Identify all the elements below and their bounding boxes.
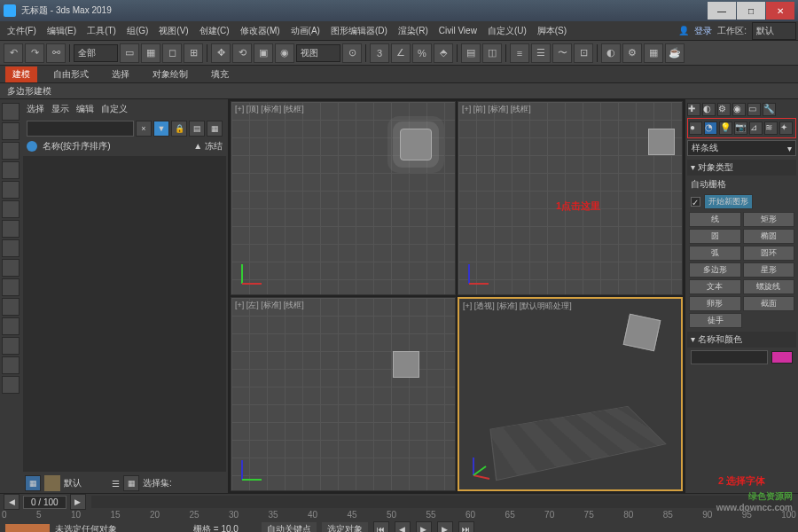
menu-edit[interactable]: 编辑(E) xyxy=(42,23,82,39)
btn-rectangle[interactable]: 矩形 xyxy=(743,212,795,227)
ribbon-tab-selection[interactable]: 选择 xyxy=(105,66,137,82)
lp-tab-select[interactable]: 选择 xyxy=(27,103,44,115)
misc-icon[interactable] xyxy=(2,356,20,374)
rollout-header-namecolor[interactable]: ▾ 名称和颜色 xyxy=(687,332,796,348)
menu-customize[interactable]: 自定义(U) xyxy=(482,23,532,39)
named-sel-button[interactable]: ▤ xyxy=(461,43,481,63)
autokey-button[interactable]: 自动关键点 xyxy=(262,522,317,532)
close-button[interactable]: ✕ xyxy=(766,2,794,20)
hierarchy-tab-icon[interactable]: ⚙ xyxy=(717,103,731,116)
scene-explorer-icon[interactable] xyxy=(2,103,20,121)
rollout-header-objtype[interactable]: ▾ 对象类型 xyxy=(687,160,796,176)
group-icon[interactable] xyxy=(2,239,20,257)
helper-icon[interactable] xyxy=(2,181,20,199)
ribbon-tab-objectpaint[interactable]: 对象绘制 xyxy=(145,66,195,82)
lp-tab-customize[interactable]: 自定义 xyxy=(101,103,128,115)
material-editor-button[interactable]: ◐ xyxy=(601,43,621,63)
selection-filter[interactable]: 全部 xyxy=(74,44,118,62)
play-prev-button[interactable]: ◀ xyxy=(395,521,411,532)
menu-grapheditors[interactable]: 图形编辑器(D) xyxy=(325,23,393,39)
btn-egg[interactable]: 卵形 xyxy=(689,296,741,311)
create-tab-icon[interactable]: ✚ xyxy=(687,103,700,116)
selset-icon[interactable]: ▦ xyxy=(123,475,139,491)
freeze-icon[interactable] xyxy=(2,317,20,335)
motion-tab-icon[interactable]: ◉ xyxy=(732,103,746,116)
rect-select-button[interactable]: ◻ xyxy=(162,43,182,63)
btn-ellipse[interactable]: 椭圆 xyxy=(743,229,795,244)
spacewarps-cat-icon[interactable]: ≋ xyxy=(764,121,778,135)
shape-icon[interactable] xyxy=(2,259,20,277)
time-next-button[interactable]: ▶ xyxy=(70,494,86,510)
menu-render[interactable]: 渲染(R) xyxy=(393,23,434,39)
btn-circle[interactable]: 圆 xyxy=(689,229,741,244)
filter-icon[interactable]: ▼ xyxy=(153,121,169,137)
systems-cat-icon[interactable]: ✦ xyxy=(779,121,793,135)
menu-file[interactable]: 文件(F) xyxy=(2,23,42,39)
clear-search-icon[interactable]: × xyxy=(136,121,152,137)
select-name-button[interactable]: ▦ xyxy=(141,43,160,63)
menu-tools[interactable]: 工具(T) xyxy=(82,23,121,39)
render-setup-button[interactable]: ⚙ xyxy=(622,43,642,63)
geometry-cat-icon[interactable]: ● xyxy=(689,121,702,135)
play-start-button[interactable]: ⏮ xyxy=(373,521,389,532)
lock-icon[interactable]: 🔒 xyxy=(171,121,187,137)
scene-object-list[interactable] xyxy=(23,156,226,472)
mirror-button[interactable]: ◫ xyxy=(482,43,502,63)
time-slider[interactable] xyxy=(91,496,793,508)
misc2-icon[interactable] xyxy=(2,376,20,394)
btn-section[interactable]: 截面 xyxy=(743,296,795,311)
rotate-button[interactable]: ⟲ xyxy=(232,43,252,63)
viewport-perspective[interactable]: [+] [透视] [标准] [默认明暗处理] xyxy=(458,297,683,491)
display-icon[interactable] xyxy=(2,337,20,355)
viewport-layout-icon[interactable]: ▦ xyxy=(25,475,41,491)
schematic-button[interactable]: ⊡ xyxy=(574,43,593,63)
vp-top-label[interactable]: [+] [顶] [标准] [线框] xyxy=(235,104,304,115)
ribbon-tab-freeform[interactable]: 自由形式 xyxy=(46,66,96,82)
name-column-header[interactable]: 名称(按升序排序) xyxy=(43,140,111,153)
time-prev-button[interactable]: ◀ xyxy=(4,494,20,510)
vp-persp-label[interactable]: [+] [透视] [标准] [默认明暗处理] xyxy=(463,301,572,312)
space-icon[interactable] xyxy=(2,200,20,218)
btn-freehand[interactable]: 徒手 xyxy=(689,313,742,328)
newshape-button[interactable]: 开始新图形 xyxy=(704,194,753,209)
camera-icon[interactable] xyxy=(2,161,20,179)
menu-view[interactable]: 视图(V) xyxy=(153,23,193,39)
view-icon[interactable]: ▤ xyxy=(189,121,205,137)
utilities-tab-icon[interactable]: 🔧 xyxy=(763,103,776,116)
layer-explorer-icon[interactable] xyxy=(2,122,20,140)
ribbon-tab-modeling[interactable]: 建模 xyxy=(5,66,37,82)
spinner-snap-button[interactable]: ⬘ xyxy=(434,43,453,63)
btn-helix[interactable]: 螺旋线 xyxy=(743,279,795,294)
view2-icon[interactable]: ▦ xyxy=(207,121,223,137)
undo-button[interactable]: ↶ xyxy=(4,43,23,63)
viewport-left[interactable]: [+] [左] [标准] [线框] xyxy=(231,297,456,491)
render-frame-button[interactable]: ▦ xyxy=(644,43,663,63)
btn-line[interactable]: 线 xyxy=(689,212,741,227)
lp-tab-edit[interactable]: 编辑 xyxy=(76,103,94,115)
object-color-swatch[interactable] xyxy=(771,351,793,364)
menu-scripts[interactable]: 脚本(S) xyxy=(532,23,572,39)
btn-ngon[interactable]: 多边形 xyxy=(689,262,741,278)
angle-snap-button[interactable]: ∠ xyxy=(391,43,411,63)
menu-modifiers[interactable]: 修改器(M) xyxy=(235,23,286,39)
workspace-dropdown[interactable]: 默认 xyxy=(752,22,796,40)
setkey-target[interactable]: 选定对象 xyxy=(322,522,368,532)
lp-tab-display[interactable]: 显示 xyxy=(51,103,69,115)
viewport-top[interactable]: [+] [顶] [标准] [线框] xyxy=(231,101,456,295)
newshape-checkbox[interactable]: ✓ xyxy=(691,197,700,207)
btn-star[interactable]: 星形 xyxy=(743,262,795,278)
btn-donut[interactable]: 圆环 xyxy=(743,246,795,261)
play-next-button[interactable]: ▶ xyxy=(437,521,453,532)
btn-text[interactable]: 文本 xyxy=(689,279,741,294)
snap-button[interactable]: 3 xyxy=(370,43,389,63)
frame-display[interactable]: 0 / 100 xyxy=(23,496,66,509)
scale-button[interactable]: ▣ xyxy=(254,43,273,63)
select-button[interactable]: ▭ xyxy=(120,43,139,63)
shape-category-dropdown[interactable]: 样条线▾ xyxy=(687,140,796,156)
menu-create[interactable]: 创建(C) xyxy=(194,23,235,39)
freeze-column-header[interactable]: ▲ 冻结 xyxy=(193,140,223,153)
move-button[interactable]: ✥ xyxy=(211,43,231,63)
refcoord-dropdown[interactable]: 视图 xyxy=(296,44,340,62)
light-icon[interactable] xyxy=(2,142,20,160)
display-tab-icon[interactable]: ▭ xyxy=(747,103,761,116)
